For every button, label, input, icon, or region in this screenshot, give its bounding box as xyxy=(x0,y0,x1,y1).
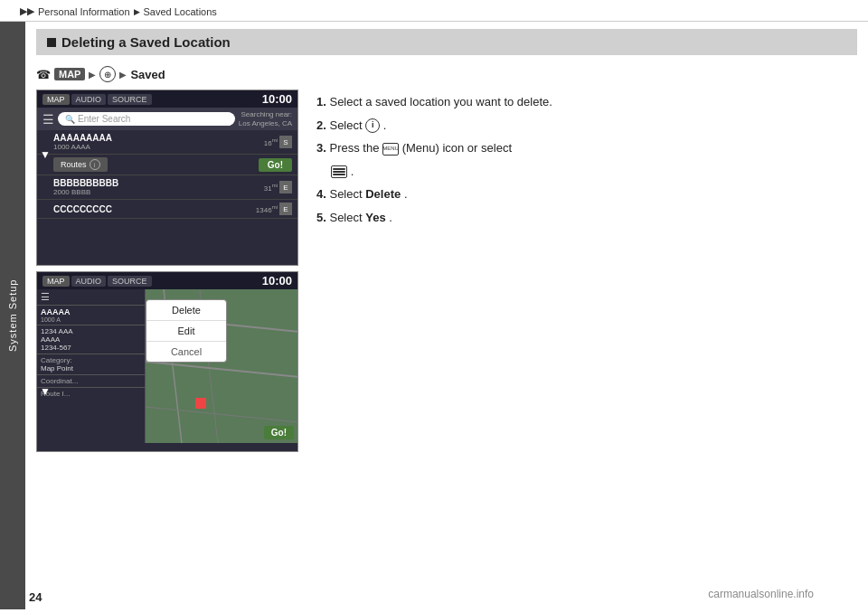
search-row-1: ☰ 🔍 Enter Search Searching near: Los Ang… xyxy=(37,108,297,130)
step-2-num: 2. xyxy=(316,118,326,132)
routes-button[interactable]: Routes i xyxy=(53,157,108,172)
item-info-b: 31mi E xyxy=(264,181,292,193)
nav-map-badge: MAP xyxy=(54,68,85,80)
step-3b-period: . xyxy=(351,165,354,178)
section-title: Deleting a Saved Location xyxy=(61,34,231,50)
top-bar-1: MAP AUDIO SOURCE 10:00 xyxy=(37,90,297,108)
popup-edit[interactable]: Edit xyxy=(146,321,226,342)
menu-icon-1[interactable]: ☰ xyxy=(42,112,54,127)
step-5-text-pre: Select xyxy=(329,211,365,224)
step-3b: . xyxy=(316,163,857,181)
breadcrumb-part2: Saved Locations xyxy=(144,6,217,17)
item-letter-b: E xyxy=(279,181,292,193)
go-button-2[interactable]: Go! xyxy=(264,426,294,439)
item-info-a: 16mi S xyxy=(264,136,292,148)
step-4-period: . xyxy=(404,187,408,201)
step-3-text-pre: Press the xyxy=(329,141,382,155)
menu-icon-2[interactable]: ☰ xyxy=(37,289,145,306)
screenshot-2: MAP AUDIO SOURCE 10:00 ☰ AAAAA xyxy=(36,271,298,452)
info-icon-routes: i xyxy=(90,159,100,170)
time-display-2: 10:00 xyxy=(262,274,292,288)
item-sub-b: 2000 BBBB xyxy=(53,188,118,196)
step-5-num: 5. xyxy=(316,211,326,224)
item-sub-a: 1000 AAAA xyxy=(53,143,112,151)
step-1-num: 1. xyxy=(316,95,326,108)
tab-group-1: MAP AUDIO SOURCE xyxy=(42,94,152,105)
sidebar: System Setup xyxy=(0,22,25,609)
menu-icon-step3: MENU xyxy=(382,143,399,156)
step-5: 5. Select Yes . xyxy=(316,209,857,227)
tab-group-2: MAP AUDIO SOURCE xyxy=(42,276,152,287)
watermark: carmanualsonline.info xyxy=(708,588,814,600)
nav-arrow1: ▶ xyxy=(89,70,96,80)
screenshots-column: MAP AUDIO SOURCE 10:00 ☰ 🔍 Enter Search xyxy=(36,90,298,609)
step-5-bold: Yes xyxy=(365,211,385,224)
tab-audio-1[interactable]: AUDIO xyxy=(71,94,107,105)
step-2-text: Select xyxy=(329,118,365,132)
step-4: 4. Select Delete . xyxy=(316,185,857,203)
breadcrumb-part1: Personal Information xyxy=(38,6,130,17)
searching-info-1: Searching near: Los Angeles, CA xyxy=(239,110,292,127)
step-4-bold: Delete xyxy=(365,187,401,201)
nav-handset-icon: ☎ xyxy=(36,68,51,81)
section-header: Deleting a Saved Location xyxy=(36,29,857,55)
routes-label: Routes xyxy=(61,160,87,169)
routes-row: Routes i Go! xyxy=(37,155,297,175)
tab-source-1[interactable]: SOURCE xyxy=(108,94,152,105)
step-3-text-mid: (Menu) icon or select xyxy=(402,141,512,155)
step-5-period: . xyxy=(389,211,392,224)
step-3-num: 3. xyxy=(316,141,326,155)
step-4-num: 4. xyxy=(316,187,326,201)
step-1: 1. Select a saved location you want to d… xyxy=(316,93,857,111)
item-name-b: BBBBBBBBBB xyxy=(53,178,118,188)
top-bar-2: MAP AUDIO SOURCE 10:00 xyxy=(37,272,297,289)
tab-source-2[interactable]: SOURCE xyxy=(108,276,152,287)
item-info-c: 1346mi E xyxy=(256,203,292,215)
nav-search-icon: ⊕ xyxy=(99,66,116,82)
popup-menu: Delete Edit Cancel xyxy=(146,299,227,363)
step-2-period: . xyxy=(383,118,387,132)
breadcrumb-arrow2: ▶ xyxy=(134,7,140,16)
scroll-arrow-1: ▼ xyxy=(40,148,51,161)
nav-row: ☎ MAP ▶ ⊕ ▶ Saved xyxy=(25,62,868,90)
screenshot-1: MAP AUDIO SOURCE 10:00 ☰ 🔍 Enter Search xyxy=(36,90,298,266)
step-2: 2. Select i . xyxy=(316,117,857,135)
search-placeholder-1: Enter Search xyxy=(78,114,130,124)
go-button[interactable]: Go! xyxy=(259,158,292,172)
nav-arrow2: ▶ xyxy=(119,70,127,80)
tab-map-2[interactable]: MAP xyxy=(42,276,70,287)
svg-line-3 xyxy=(146,362,297,380)
step-1-text: Select a saved location you want to dele… xyxy=(329,95,552,108)
info-icon-step2: i xyxy=(365,118,380,133)
item-name-c: CCCCCCCCC xyxy=(53,204,112,214)
tab-audio-2[interactable]: AUDIO xyxy=(71,276,107,287)
sidebar-label: System Setup xyxy=(7,279,18,352)
breadcrumb-arrows: ▶▶ xyxy=(20,5,34,17)
search-icon-1: 🔍 xyxy=(65,115,75,124)
menu-icon-step3b xyxy=(331,165,347,178)
svg-line-4 xyxy=(146,407,297,425)
time-display-1: 10:00 xyxy=(262,92,292,106)
popup-cancel[interactable]: Cancel xyxy=(146,342,226,362)
search-box-1[interactable]: 🔍 Enter Search xyxy=(58,112,235,126)
step-4-text-pre: Select xyxy=(329,187,365,201)
nav-saved-label: Saved xyxy=(130,68,165,81)
scroll-arrow-2: ▼ xyxy=(40,385,51,398)
item-name-a: AAAAAAAAA xyxy=(53,133,112,143)
item-letter-c: E xyxy=(279,203,292,215)
list-item-a[interactable]: AAAAAAAAA 1000 AAAA 16mi S xyxy=(37,130,297,155)
item-letter-a: S xyxy=(279,136,292,148)
list-item-b[interactable]: BBBBBBBBBB 2000 BBBB 31mi E xyxy=(37,175,297,200)
step-3: 3. Press the MENU (Menu) icon or select xyxy=(316,139,857,157)
list-item-c[interactable]: CCCCCCCCC 1346mi E xyxy=(37,200,297,219)
instructions-column: 1. Select a saved location you want to d… xyxy=(316,90,857,609)
popup-delete[interactable]: Delete xyxy=(146,300,226,321)
breadcrumb: ▶▶ Personal Information ▶ Saved Location… xyxy=(0,0,868,22)
svg-rect-5 xyxy=(195,398,206,409)
page-number: 24 xyxy=(29,590,42,604)
section-icon xyxy=(47,38,56,47)
tab-map-1[interactable]: MAP xyxy=(42,94,70,105)
